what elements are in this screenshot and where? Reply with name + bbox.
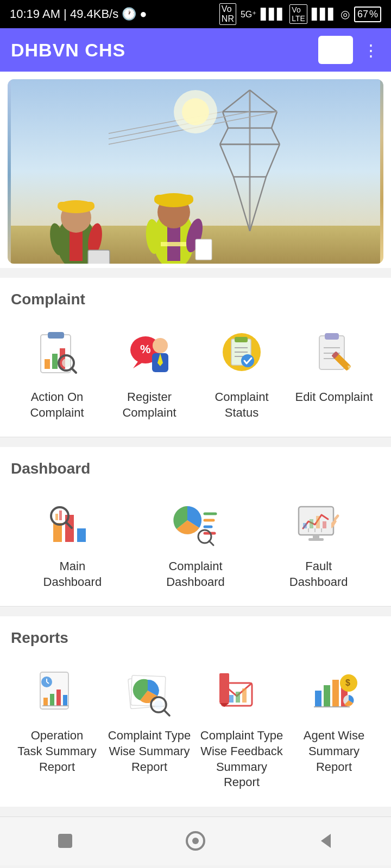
svg-marker-135 [321,834,331,848]
svg-rect-35 [88,250,110,264]
complaint-status-item[interactable]: Complaint Status [195,321,288,431]
hero-container [0,72,391,268]
svg-rect-108 [50,694,54,706]
bottom-nav [0,816,391,865]
svg-text:A: A [327,43,332,52]
wifi-icon: ● [140,7,147,21]
headphone-icon: ◎ [340,8,350,21]
signal-bars-icon: ▋▋▋ [261,8,285,21]
hero-image [8,79,383,264]
main-dashboard-item[interactable]: Main Dashboard [11,490,134,601]
edit-complaint-icon [307,327,361,381]
svg-point-134 [192,838,199,844]
fault-dashboard-item[interactable]: Fault Dashboard [257,490,380,601]
divider-1 [0,437,391,437]
svg-point-60 [153,338,168,353]
reports-section: Reports [0,616,391,806]
svg-rect-80 [77,528,86,542]
svg-line-55 [72,368,76,373]
ct-feedback-icon [215,665,269,719]
svg-line-116 [164,710,169,716]
svg-rect-126 [332,680,339,707]
svg-text:आ: आ [335,44,340,51]
action-on-complaint-label: Action On Complaint [30,390,84,420]
translate-icon: A आ [323,39,349,61]
circle-icon [183,828,208,853]
status-bar-right: VoNR 5G⁺ ▋▋▋ VoLTE ▋▋▋ ◎ 67 % [219,3,381,25]
svg-rect-43 [195,239,212,260]
agent-wise-summary-label: Agent Wise Summary Report [304,728,365,775]
register-complaint-item[interactable]: % Register Complaint [103,321,195,431]
app-title: DHBVN CHS [11,40,125,61]
ct-feedback-label: Complaint Type Wise Feedback Summary Rep… [200,728,283,790]
complaint-menu-grid: Action On Complaint % Register Complaint [11,321,380,431]
dashboard-section: Dashboard Main Dashboard [0,447,391,606]
svg-rect-65 [235,337,248,342]
svg-rect-122 [236,692,240,703]
svg-rect-83 [55,514,58,520]
svg-line-91 [209,541,213,545]
status-bar: 10:19 AM | 49.4KB/s 🕐 ● VoNR 5G⁺ ▋▋▋ VoL… [0,0,391,28]
dashboard-menu-grid: Main Dashboard [11,490,380,601]
svg-point-117 [154,700,163,709]
ct-wise-summary-item[interactable]: Complaint Type Wise Summary Report [103,660,195,801]
complaint-status-icon [215,327,269,381]
nav-home-button[interactable] [183,828,208,853]
dashboard-section-title: Dashboard [11,460,380,477]
svg-rect-28 [64,228,70,261]
svg-rect-125 [324,685,330,707]
ct-feedback-item[interactable]: Complaint Type Wise Feedback Summary Rep… [195,660,288,801]
svg-rect-98 [308,538,324,541]
agent-wise-summary-item[interactable]: $ Agent Wise Summary Report [288,660,380,801]
edit-complaint-item[interactable]: Edit Complaint [288,321,380,431]
nav-square-button[interactable] [53,828,78,853]
action-on-complaint-item[interactable]: Action On Complaint [11,321,103,431]
complaint-section-title: Complaint [11,291,380,308]
svg-rect-40 [161,242,187,246]
svg-rect-84 [59,510,62,520]
complaint-status-label: Complaint Status [215,390,268,420]
svg-rect-97 [313,535,319,538]
operation-report-icon [30,665,84,719]
svg-rect-29 [83,228,88,261]
main-dashboard-label: Main Dashboard [43,559,102,590]
reports-menu-grid: Operation Task Summary Report [11,660,380,801]
svg-rect-121 [229,695,234,703]
svg-rect-52 [52,354,58,369]
signal-5g-icon: 5G⁺ [241,9,256,20]
svg-rect-102 [323,521,326,528]
svg-rect-123 [242,688,247,703]
action-complaint-icon [30,327,84,381]
svg-rect-119 [219,673,229,703]
reports-section-title: Reports [11,629,380,647]
svg-rect-99 [303,523,307,528]
register-complaint-icon: % [122,327,176,381]
ct-wise-summary-icon [122,665,176,719]
svg-marker-58 [133,361,146,368]
more-options-button[interactable]: ⋮ [363,41,380,60]
complaint-dashboard-item[interactable]: Complaint Dashboard [134,490,257,601]
translate-button[interactable]: A आ [318,36,353,64]
svg-point-48 [182,98,209,125]
svg-line-96 [335,516,338,519]
svg-rect-132 [58,834,72,848]
nav-back-button[interactable] [313,828,338,853]
signal-bars2-icon: ▋▋▋ [312,8,336,21]
complaint-dashboard-icon [168,496,223,550]
operation-task-summary-item[interactable]: Operation Task Summary Report [11,660,103,801]
svg-rect-100 [310,519,313,528]
svg-point-69 [241,354,254,367]
battery-icon: 67 % [354,7,381,22]
edit-complaint-label: Edit Complaint [295,390,373,405]
svg-rect-101 [316,516,320,528]
alarm-icon: 🕐 [122,7,136,21]
app-bar-actions: A आ ⋮ [318,36,380,64]
battery-percent: % [369,9,378,20]
main-dashboard-icon [45,496,99,550]
svg-rect-71 [325,333,339,340]
svg-rect-50 [48,332,64,339]
operation-task-summary-label: Operation Task Summary Report [17,728,96,775]
complaint-section: Complaint Action On Complai [0,278,391,437]
app-bar: DHBVN CHS A आ ⋮ [0,28,391,72]
divider-2 [0,606,391,607]
